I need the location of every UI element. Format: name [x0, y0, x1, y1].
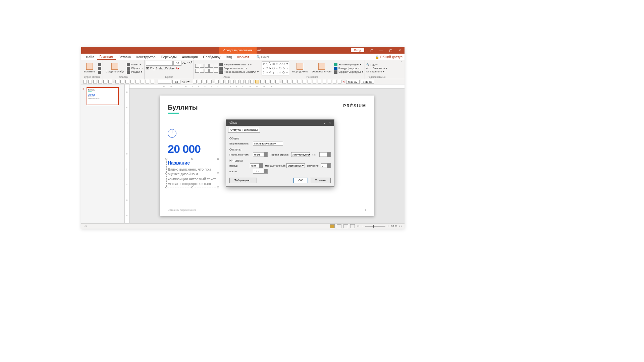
- arrange-button[interactable]: Упорядочить: [290, 62, 309, 74]
- bold-button[interactable]: Ж: [146, 67, 149, 70]
- cancel-button[interactable]: Отмена: [310, 178, 331, 183]
- qat-btn[interactable]: [108, 80, 112, 83]
- qat-btn[interactable]: [151, 80, 154, 83]
- body-text[interactable]: Давно выяснено, что при оценке дизайна и…: [168, 167, 217, 186]
- qat-btn[interactable]: [235, 80, 239, 83]
- qat-btn[interactable]: [333, 80, 336, 83]
- qat-btn[interactable]: [225, 80, 229, 83]
- qat-font[interactable]: [158, 80, 171, 84]
- italic-button[interactable]: К: [150, 67, 152, 70]
- qat-btn[interactable]: [308, 80, 311, 83]
- qat-btn[interactable]: [260, 80, 264, 83]
- handle-icon[interactable]: [191, 158, 193, 160]
- qat-btn[interactable]: [198, 80, 202, 83]
- align-text-button[interactable]: Выровнять текст ▾: [219, 67, 259, 70]
- handle-icon[interactable]: [217, 172, 219, 174]
- maximize-icon[interactable]: ▢: [386, 47, 395, 54]
- qat-btn-active[interactable]: [255, 80, 259, 83]
- qat-btn[interactable]: [323, 80, 326, 83]
- ok-button[interactable]: OK: [293, 178, 308, 183]
- clock-icon[interactable]: [168, 129, 176, 138]
- qat-btn[interactable]: [292, 80, 296, 83]
- qat-btn[interactable]: [338, 80, 341, 83]
- handle-icon[interactable]: [191, 186, 193, 188]
- qat-btn[interactable]: [275, 80, 279, 83]
- qat-btn[interactable]: [115, 80, 119, 83]
- slide-canvas[interactable]: Буллиты PRÉSIUM 20 000 Название Давно вы…: [160, 96, 374, 216]
- zoom-out-button[interactable]: −: [362, 225, 363, 228]
- strike-button[interactable]: S: [156, 67, 158, 70]
- qat-btn[interactable]: [146, 80, 149, 83]
- first-line-select[interactable]: (отсутствует)▾: [291, 152, 310, 157]
- grow-font-icon[interactable]: A▴: [182, 61, 186, 66]
- shapes-gallery[interactable]: ▱╲╲▭○△⬡▾ ⇘⬡↳⬡☆⬡◇▾ ⤴∿↺{}☆⬠≡: [262, 61, 289, 75]
- slideshow-view-button[interactable]: [350, 224, 355, 228]
- ribbon-options-icon[interactable]: ▢: [367, 47, 376, 54]
- context-tab-drawing[interactable]: Средства рисования: [219, 47, 257, 54]
- shadow-button[interactable]: abc: [159, 67, 164, 70]
- by-spinner[interactable]: [319, 152, 331, 157]
- menu-file[interactable]: Файл: [83, 55, 97, 60]
- case-button[interactable]: Aa▾: [169, 67, 175, 70]
- slide-footer[interactable]: Источник / примечание: [168, 208, 197, 212]
- qat-btn[interactable]: [298, 80, 301, 83]
- qat-btn[interactable]: [141, 80, 144, 83]
- qat-btn[interactable]: [98, 80, 102, 83]
- qat-btn[interactable]: [120, 80, 124, 83]
- dialog-help-icon[interactable]: ?: [324, 121, 325, 124]
- alignment-select[interactable]: По левому краю ▾: [253, 141, 283, 146]
- qat-btn[interactable]: [303, 80, 306, 83]
- qat-btn[interactable]: [313, 80, 316, 83]
- cut-icon[interactable]: [98, 63, 101, 66]
- qat-btn[interactable]: [203, 80, 207, 83]
- find-button[interactable]: 🔍 Найти: [366, 63, 387, 66]
- new-slide-button[interactable]: Создать слайд: [104, 62, 125, 74]
- handle-icon[interactable]: [165, 186, 167, 188]
- indent-inc-button[interactable]: [209, 64, 213, 68]
- handle-icon[interactable]: [165, 172, 167, 174]
- zoom-slider[interactable]: [365, 226, 385, 227]
- slide-title[interactable]: Буллиты: [168, 104, 366, 111]
- handle-icon[interactable]: [217, 158, 219, 160]
- qat-btn[interactable]: [270, 80, 274, 83]
- bullets-button[interactable]: [195, 64, 199, 68]
- qat-text-a[interactable]: A: [343, 80, 345, 83]
- menu-design[interactable]: Конструктор: [133, 55, 158, 60]
- qat-btn[interactable]: [103, 80, 107, 83]
- shape-effects-button[interactable]: Эффекты фигуры ▾: [334, 70, 363, 74]
- section-button[interactable]: Раздел ▾: [127, 70, 143, 74]
- qat-width[interactable]: 5,37 см: [346, 80, 360, 84]
- qat-btn[interactable]: [220, 80, 224, 83]
- value-spinner[interactable]: 0: [321, 163, 331, 168]
- font-color-button[interactable]: A▾: [176, 67, 179, 70]
- fit-window-icon[interactable]: ⛶: [399, 225, 402, 228]
- qat-btn[interactable]: [245, 80, 249, 83]
- copy-icon[interactable]: [98, 67, 101, 70]
- dialog-tab-indents[interactable]: Отступы и интервалы: [228, 127, 260, 133]
- convert-smartart-button[interactable]: Преобразовать в SmartArt ▾: [219, 70, 259, 74]
- thumbnail-1[interactable]: 1 Буллиты 20 000 НазваниеДавно выяснено.…: [83, 87, 122, 105]
- notes-icon[interactable]: ▭: [357, 225, 360, 228]
- slide-stage[interactable]: Буллиты PRÉSIUM 20 000 Название Давно вы…: [129, 88, 405, 223]
- menu-slideshow[interactable]: Слайд-шоу: [200, 55, 223, 60]
- dialog-close-icon[interactable]: ✕: [329, 121, 331, 124]
- slide-thumbnails-panel[interactable]: 1 Буллиты 20 000 НазваниеДавно выяснено.…: [81, 84, 125, 223]
- format-painter-icon[interactable]: [98, 71, 101, 74]
- qat-btn[interactable]: [230, 80, 234, 83]
- align-center-button[interactable]: [200, 69, 204, 73]
- qat-btn[interactable]: [208, 80, 212, 83]
- layout-button[interactable]: Макет ▾: [127, 63, 143, 66]
- login-button[interactable]: Вход: [351, 48, 364, 52]
- after-spinner[interactable]: 14 пт: [253, 169, 268, 174]
- menu-animation[interactable]: Анимация: [179, 55, 200, 60]
- menu-transitions[interactable]: Переходы: [158, 55, 179, 60]
- selected-textbox[interactable]: Название Давно выяснено, что при оценке …: [166, 159, 218, 187]
- qat-height[interactable]: 7,32 см: [361, 80, 374, 84]
- zoom-in-button[interactable]: +: [387, 225, 389, 228]
- menu-insert[interactable]: Вставка: [116, 55, 133, 60]
- shape-fill-button[interactable]: Заливка фигуры ▾: [334, 63, 363, 66]
- qat-btn[interactable]: [287, 80, 291, 83]
- clear-format-icon[interactable]: A̷: [191, 61, 192, 66]
- align-right-button[interactable]: [205, 69, 209, 73]
- align-left-button[interactable]: [195, 69, 199, 73]
